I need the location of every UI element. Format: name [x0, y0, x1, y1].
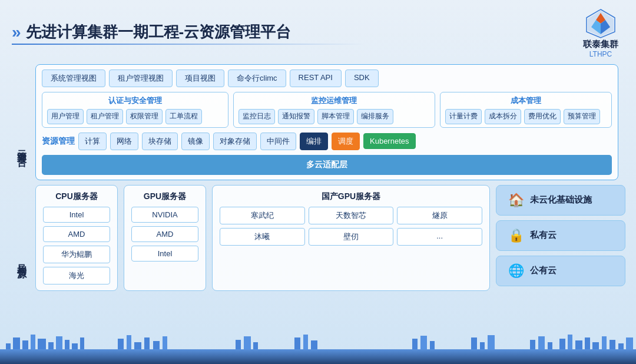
title-text: 先进计算集群一期工程-云资源管理平台 [26, 22, 292, 42]
bottom-area: CPU服务器 Intel AMD 华为鲲鹏 海光 GPU服务器 NVIDIA A… [35, 185, 625, 291]
domestic-gpu-items: 寒武纪 天数智芯 燧原 沐曦 壁仞 ... [220, 207, 482, 246]
svg-rect-19 [144, 337, 150, 349]
svg-rect-24 [253, 342, 258, 349]
svg-rect-16 [118, 339, 124, 349]
resource-row: 资源管理 计算 网络 块存储 镜像 对象存储 中间件 编排 调度 Kuberne… [42, 133, 612, 150]
right-of-labels: 系统管理视图 租户管理视图 项目视图 命令行climc REST API SDK… [35, 64, 625, 291]
gpu-server-items: NVIDIA AMD Intel [131, 207, 198, 262]
svg-rect-6 [6, 343, 11, 349]
auth-item-1[interactable]: 租户管理 [87, 109, 123, 124]
cost-item-0[interactable]: 计量计费 [445, 109, 482, 124]
svg-rect-28 [412, 339, 418, 349]
company-logo: 联泰集群 LTHPC [583, 8, 618, 58]
domestic-gpu-title: 国产GPU服务器 [220, 191, 482, 202]
svg-rect-36 [548, 342, 552, 349]
svg-rect-23 [244, 336, 251, 349]
domestic-gpu-item-1: 天数智芯 [309, 207, 394, 224]
cloud-platform-label: 云管理平台 [11, 64, 32, 229]
svg-rect-14 [72, 343, 78, 349]
monitor-item-0[interactable]: 监控日志 [238, 109, 275, 124]
public-cloud-box: 🌐 公有云 [496, 256, 625, 286]
lock-icon: 🔒 [508, 228, 524, 243]
tab-cli[interactable]: 命令行climc [228, 70, 286, 87]
cost-item-3[interactable]: 预算管理 [564, 109, 600, 124]
svg-rect-43 [610, 340, 615, 349]
tab-rest-api[interactable]: REST API [290, 70, 342, 87]
cost-item-2[interactable]: 费用优化 [524, 109, 561, 124]
sections-row: 认证与安全管理 用户管理 租户管理 权限管理 工单流程 监控运维管理 监控日志 [42, 92, 612, 128]
resource-compute[interactable]: 计算 [78, 133, 107, 150]
svg-rect-10 [38, 339, 46, 349]
svg-rect-15 [80, 337, 84, 349]
cloud-mgmt-box: 系统管理视图 租户管理视图 项目视图 命令行climc REST API SDK… [35, 64, 618, 180]
auth-items: 用户管理 租户管理 权限管理 工单流程 [47, 109, 223, 124]
hetero-resource-label: 异构资源 [11, 229, 32, 291]
logo-icon [585, 8, 616, 39]
svg-rect-44 [618, 343, 624, 349]
resource-kubernetes[interactable]: Kubernetes [363, 133, 416, 149]
cost-section: 成本管理 计量计费 成本拆分 费用优化 预算管理 [440, 92, 612, 128]
cpu-item-3: 海光 [43, 267, 110, 284]
decorative-arrows: » [12, 23, 21, 42]
auth-item-3[interactable]: 工单流程 [165, 109, 202, 124]
svg-rect-39 [575, 340, 582, 349]
side-labels: 云管理平台 异构资源 [11, 64, 32, 291]
cost-item-1[interactable]: 成本拆分 [485, 109, 521, 124]
monitor-section: 监控运维管理 监控日志 通知报警 脚本管理 编排服务 [233, 92, 435, 128]
auth-item-0[interactable]: 用户管理 [47, 109, 84, 124]
svg-rect-22 [236, 340, 241, 349]
svg-rect-11 [48, 342, 54, 349]
cost-items: 计量计费 成本拆分 费用优化 预算管理 [445, 109, 607, 124]
resource-object-storage[interactable]: 对象存储 [213, 133, 257, 150]
domestic-gpu-item-5: ... [397, 228, 482, 246]
skyline-decoration [0, 332, 636, 364]
svg-rect-8 [22, 340, 28, 349]
svg-rect-38 [568, 335, 572, 349]
auth-title: 认证与安全管理 [47, 95, 223, 106]
resource-middleware[interactable]: 中间件 [260, 133, 296, 150]
tabs-row: 系统管理视图 租户管理视图 项目视图 命令行climc REST API SDK [42, 70, 612, 87]
gpu-server-box: GPU服务器 NVIDIA AMD Intel [124, 185, 206, 291]
tab-tenant[interactable]: 租户管理视图 [109, 70, 173, 87]
svg-rect-21 [163, 336, 167, 349]
cpu-item-2: 华为鲲鹏 [43, 246, 110, 263]
monitor-item-3[interactable]: 编排服务 [357, 109, 393, 124]
gpu-item-0: NVIDIA [131, 207, 198, 223]
resource-network[interactable]: 网络 [110, 133, 138, 150]
monitor-item-1[interactable]: 通知报警 [278, 109, 314, 124]
gpu-server-title: GPU服务器 [131, 191, 198, 202]
svg-rect-12 [56, 336, 62, 349]
tab-sdk[interactable]: SDK [345, 70, 379, 87]
title-divider [12, 44, 365, 45]
cpu-server-items: Intel AMD 华为鲲鹏 海光 [43, 207, 110, 284]
uncloud-infra-box: 🏠 未云化基础设施 [496, 185, 625, 216]
svg-rect-9 [31, 335, 35, 349]
svg-rect-13 [65, 340, 69, 349]
cost-title: 成本管理 [445, 95, 607, 106]
tab-system[interactable]: 系统管理视图 [42, 70, 105, 87]
cpu-item-0: Intel [43, 207, 110, 223]
monitor-item-2[interactable]: 脚本管理 [317, 109, 354, 124]
resource-image[interactable]: 镜像 [181, 133, 210, 150]
svg-rect-18 [134, 342, 141, 349]
globe-icon: 🌐 [508, 263, 524, 279]
resource-block-storage[interactable]: 块存储 [142, 133, 178, 150]
public-cloud-label: 公有云 [530, 265, 556, 276]
resource-scheduling[interactable]: 调度 [332, 133, 360, 150]
domestic-gpu-item-3: 沐曦 [220, 228, 305, 246]
svg-rect-34 [530, 340, 535, 349]
monitor-items: 监控日志 通知报警 脚本管理 编排服务 [238, 109, 429, 124]
resource-orchestration[interactable]: 编排 [300, 133, 328, 150]
svg-rect-33 [488, 335, 495, 349]
multicloud-bar: 多云适配层 [42, 155, 612, 175]
tab-project[interactable]: 项目视图 [176, 70, 224, 87]
svg-rect-42 [602, 336, 607, 349]
svg-rect-37 [559, 339, 565, 349]
company-code: LTHPC [589, 50, 612, 58]
domestic-gpu-item-0: 寒武纪 [220, 207, 305, 224]
auth-item-2[interactable]: 权限管理 [126, 109, 163, 124]
svg-rect-7 [13, 337, 20, 349]
svg-rect-5 [0, 349, 636, 364]
svg-rect-32 [480, 342, 485, 349]
cpu-item-1: AMD [43, 226, 110, 242]
